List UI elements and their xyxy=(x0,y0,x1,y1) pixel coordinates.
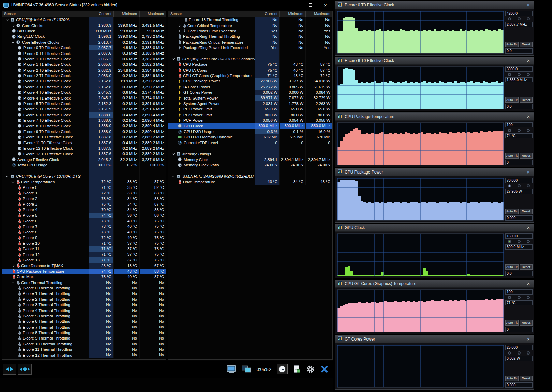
column-header-minimum[interactable]: Minimum xyxy=(280,11,306,17)
sensor-row[interactable]: P-core 2 T1 Effective Clock2,083.0 MHz0.… xyxy=(2,73,166,78)
reset-button[interactable]: Reset xyxy=(520,209,533,214)
sensor-row[interactable]: PL2 Power Limit80.0 W80.0 W80.0 W xyxy=(168,112,332,118)
sensor-row[interactable]: P-core 5 T0 Effective Clock2,152.3 MHz0.… xyxy=(2,101,166,106)
expander-collapsed[interactable] xyxy=(12,264,14,267)
graph-close-button[interactable]: × xyxy=(525,225,532,231)
color-led[interactable] xyxy=(518,129,521,132)
sensor-row[interactable]: E-core 1071 °C37 °C75 °C xyxy=(2,241,166,246)
graph-titlebar[interactable]: CPU GT Cores (Graphics) Temperature× xyxy=(335,280,534,288)
color-led[interactable] xyxy=(527,296,530,299)
sensor-row[interactable]: GPU D3D Usage0.3 %0.1 %16.9 % xyxy=(168,129,332,134)
sensor-row[interactable]: P-core 2 Thermal ThrottlingNoNoNo xyxy=(2,297,166,302)
expander-expanded[interactable] xyxy=(172,57,175,60)
sensor-row[interactable]: CPU IA Cores75 °C40 °C87 °C xyxy=(168,67,332,73)
column-header-sensor[interactable]: Sensor xyxy=(2,11,89,17)
auto-fit-button[interactable]: Auto Fit xyxy=(505,376,519,381)
graph-close-button[interactable]: × xyxy=(525,2,532,8)
column-header-current[interactable]: Current xyxy=(255,11,280,17)
sensor-row[interactable]: E-core 6 T0 Effective Clock1,888.0 MHz0.… xyxy=(2,112,166,118)
reset-button[interactable]: Reset xyxy=(520,97,533,103)
graph-titlebar[interactable]: GPU Clock× xyxy=(335,224,534,232)
scale-min-value[interactable]: 0 xyxy=(505,327,533,332)
reset-button[interactable]: Reset xyxy=(520,320,533,326)
sensor-row[interactable]: CPU Package75 °C43 °C87 °C xyxy=(168,62,332,67)
auto-fit-button[interactable]: Auto Fit xyxy=(505,209,519,214)
column-header-maximum[interactable]: Maximum xyxy=(140,11,166,17)
sensor-row[interactable]: CPU Package Temperature74 °C43 °C88 °C xyxy=(2,269,166,274)
color-led[interactable] xyxy=(527,351,530,355)
sensor-row[interactable]: CPU [#0]: Intel Core i7-13700H: Enhanced xyxy=(168,56,332,62)
expander-collapsed[interactable] xyxy=(178,30,180,32)
current-value-box[interactable]: 2,087.7 MHz xyxy=(505,22,533,27)
sensor-row[interactable]: P-core 574 °C36 °C86 °C xyxy=(2,213,166,218)
sensor-row[interactable]: Core Critical TemperatureNoNoNo xyxy=(168,22,332,28)
sensor-row[interactable]: E-core 10 T0 Effective Clock1,887.8 MHz0… xyxy=(2,134,166,140)
color-led[interactable] xyxy=(527,184,530,187)
auto-fit-button[interactable]: Auto Fit xyxy=(505,42,519,47)
sensor-row[interactable]: GPU D3D Memory Dynamic612 MB515 MB670 MB xyxy=(168,134,332,140)
sensor-row[interactable]: P-core 4 T0 Effective Clock2,045.3 MHz0.… xyxy=(2,90,166,95)
scale-min-value[interactable]: 0.0 xyxy=(505,48,533,54)
color-led[interactable] xyxy=(508,240,511,243)
sensor-row[interactable]: GPU Clock300.0 MHz300.0 MHz850.0 MHz xyxy=(168,123,332,129)
monitor-button[interactable] xyxy=(227,365,236,373)
scale-max-value[interactable]: 100 xyxy=(505,122,533,127)
sensor-row[interactable]: E-core 13 T0 Effective Clock1,887.6 MHz0… xyxy=(2,151,166,156)
sensor-row[interactable]: Package/Ring Critical TemperatureNoNoNo xyxy=(168,40,332,45)
sensor-row[interactable]: Memory Clock Ratio24.00 x24.00 x24.00 x xyxy=(168,162,332,168)
sensor-row[interactable]: P-core 4 Thermal ThrottlingNoNoNo xyxy=(2,307,166,313)
report-button[interactable] xyxy=(293,365,301,373)
current-value-box[interactable]: 300.0 MHz xyxy=(505,244,533,250)
scale-min-value[interactable]: 0.0 xyxy=(505,104,533,109)
current-value-box[interactable]: 1,888.0 MHz xyxy=(505,77,533,82)
sensor-row[interactable]: E-core 10 Thermal ThrottlingNoNoNo xyxy=(2,341,166,347)
sensor-row[interactable]: System Agent Power2.031 W1.778 W2.263 W xyxy=(168,101,332,106)
sensor-row[interactable]: S.M.A.R.T.: SAMSUNG MZVL4512HBLU-00... xyxy=(168,174,332,179)
sensor-row[interactable]: P-core 375 °C34 °C87 °C xyxy=(2,201,166,207)
sensor-row[interactable]: Core Temperatures72 °C33 °C87 °C xyxy=(2,179,166,184)
current-value-box[interactable]: 71 °C xyxy=(505,300,533,305)
graph-close-button[interactable]: × xyxy=(525,114,532,120)
sensor-row[interactable]: Core Clocks1,980.9 MHz399.0 MHz3,491.5 M… xyxy=(2,22,166,28)
current-value-box[interactable]: 74 °C xyxy=(505,133,533,138)
sensor-row[interactable]: PCH Power0.056 W0.054 W0.058 W xyxy=(168,118,332,123)
sensor-row[interactable]: GT Cores Power0.002 W0.000 W0.084 W xyxy=(168,90,332,95)
current-value-box[interactable]: 0.002 W xyxy=(505,356,533,361)
graph-titlebar[interactable]: CPU Package Temperature× xyxy=(335,113,534,121)
color-led[interactable] xyxy=(518,351,521,355)
sensor-row[interactable]: P-core 1 Thermal ThrottlingNoNoNo xyxy=(2,291,166,296)
sensor-row[interactable]: Drive Temperature43 °C34 °C43 °C xyxy=(168,179,332,184)
color-led[interactable] xyxy=(518,17,521,20)
sensor-row[interactable]: E-core 8 Thermal ThrottlingNoNoNo xyxy=(2,330,166,335)
auto-fit-button[interactable]: Auto Fit xyxy=(505,153,519,159)
expander-expanded[interactable] xyxy=(172,174,175,177)
color-led[interactable] xyxy=(508,351,511,355)
graph-titlebar[interactable]: CPU Package Power× xyxy=(335,168,534,176)
sensor-row[interactable]: E-core 9 T0 Effective Clock1,888.0 MHz0.… xyxy=(2,129,166,134)
scale-max-value[interactable]: 1600.0 xyxy=(505,233,533,239)
sensor-row[interactable]: CPU [#0]: Intel Core i7-13700H xyxy=(2,17,166,22)
sensor-row[interactable]: E-core 1271 °C37 °C75 °C xyxy=(2,252,166,257)
auto-fit-button[interactable]: Auto Fit xyxy=(505,320,519,326)
graph-close-button[interactable]: × xyxy=(525,281,532,287)
current-value-box[interactable]: 27.905 W xyxy=(505,189,533,194)
sensor-row[interactable]: P-core 1 T0 Effective Clock2,065.2 MHz0.… xyxy=(2,56,166,62)
color-led[interactable] xyxy=(518,240,521,243)
sensor-row[interactable]: E-core 12 Thermal ThrottlingNoNoNo xyxy=(2,352,166,358)
sensor-row[interactable]: E-core 1171 °C37 °C75 °C xyxy=(2,246,166,252)
sensor-row[interactable]: Memory Timings xyxy=(168,151,332,156)
graph-close-button[interactable]: × xyxy=(525,58,532,64)
close-button[interactable]: × xyxy=(318,0,333,10)
auto-fit-button[interactable]: Auto Fit xyxy=(505,264,519,270)
color-led[interactable] xyxy=(508,17,511,20)
color-led[interactable] xyxy=(527,129,530,132)
sensor-row[interactable]: E-core 7 T0 Effective Clock1,888.0 MHz0.… xyxy=(2,118,166,123)
sensor-row[interactable]: P-core 273 °C34 °C83 °C xyxy=(2,196,166,201)
sensor-row[interactable]: Ring/LLC Clock1,596.1 MHz399.0 MHz2,793.… xyxy=(2,34,166,39)
color-led[interactable] xyxy=(527,17,530,20)
sensor-row[interactable]: E-core 6 Thermal ThrottlingNoNoNo xyxy=(2,319,166,324)
graph-titlebar[interactable]: P-core 0 T0 Effective Clock× xyxy=(335,1,534,9)
sensor-row[interactable]: PL1 Power Limit65.0 W65.0 W65.0 W xyxy=(168,106,332,112)
maximize-button[interactable] xyxy=(303,0,318,10)
sensor-row[interactable]: Memory Clock2,394.1 MHz2,394.1 MHz2,394.… xyxy=(168,157,332,162)
